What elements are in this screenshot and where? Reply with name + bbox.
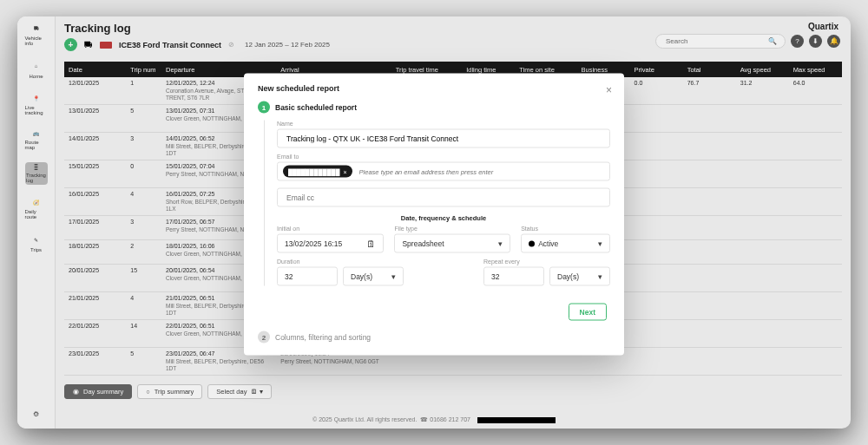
modal-close-icon[interactable]: × [606,84,612,96]
repeat-unit-select[interactable]: Day(s)▾ [549,267,610,286]
chevron-down-icon: ▾ [498,239,503,248]
sidebar-item-route-map[interactable]: 🚌Route map [25,128,48,150]
col-header[interactable]: Date [64,62,126,77]
col-header[interactable]: Trip num [126,62,161,77]
redacted-icon [477,417,556,423]
calendar-icon: 🗓 [366,239,376,249]
step-1-label: Basic scheduled report [275,103,357,112]
trip-summary-toggle[interactable]: ○ Trip summary [137,384,202,399]
sidebar-item-vehicle-info[interactable]: ⛟Vehicle info [25,23,48,46]
initial-on-input[interactable]: 13/02/2025 16:15🗓 [277,234,384,253]
date-range: 12 Jan 2025 – 12 Feb 2025 [245,41,330,49]
day-summary-toggle[interactable]: ◉ Day summary [64,384,132,399]
col-header[interactable]: Max speed [789,62,842,77]
duration-value-input[interactable]: 32 [277,267,338,286]
col-header[interactable]: Private [630,62,683,77]
select-day-button[interactable]: Select day 🗓 ▾ [207,384,272,399]
step-1-indicator: 1 [258,101,270,114]
next-button[interactable]: Next [569,304,607,321]
email-pill[interactable]: ████████████ × [283,166,352,178]
search-icon: 🔍 [768,37,777,45]
report-name-input[interactable] [277,129,610,148]
sidebar: ⛟Vehicle info⌂Home📍Live tracking🚌Route m… [17,16,56,429]
download-icon[interactable]: ⬇ [809,35,822,48]
email-to-input[interactable]: ████████████ × [277,162,610,181]
notifications-icon[interactable]: 🔔 [827,35,840,48]
modal-title: New scheduled report [258,84,610,93]
app-window: ⛟Vehicle info⌂Home📍Live tracking🚌Route m… [17,16,851,429]
page-title: Tracking log [64,22,838,35]
add-button[interactable]: + [64,38,77,51]
search-input[interactable]: 🔍 [655,34,786,49]
name-label: Name [277,121,610,127]
home-icon: ⌂ [30,60,43,72]
sidebar-item-live-tracking[interactable]: 📍Live tracking [25,93,48,115]
truck-icon: ⛟ [30,23,43,34]
truck-icon [100,42,112,49]
calendar-icon: 🧭 [30,197,43,207]
email-to-label: Email to [277,154,610,160]
route-icon: 🚌 [30,128,43,138]
chevron-down-icon: ▾ [598,239,602,248]
duration-unit-select[interactable]: Day(s)▾ [343,267,404,286]
log-icon: ≣ [30,165,43,171]
step-2-label: Columns, filtering and sorting [275,333,371,342]
status-select[interactable]: Active▾ [521,234,610,253]
section-caption: Date, frequency & schedule [277,214,610,222]
col-header[interactable]: Total [683,62,736,77]
scheduled-report-modal: New scheduled report × 1 Basic scheduled… [244,74,624,356]
repeat-value-input[interactable]: 32 [483,267,544,286]
legal-footer: © 2025 Quartix Ltd. All rights reserved.… [17,416,851,423]
sidebar-item-daily-route[interactable]: 🧭Daily route [25,197,48,219]
sidebar-item-home[interactable]: ⌂Home [25,58,48,81]
file-type-select[interactable]: Spreadsheet▾ [394,234,510,253]
step-2-indicator: 2 [258,331,270,344]
status-dot-icon [529,240,535,246]
footer-bar: ◉ Day summary ○ Trip summary Select day … [64,384,842,399]
clear-vehicle-icon[interactable]: ⊘ [228,41,234,49]
col-header[interactable]: Avg speed [736,62,789,77]
table-row[interactable]: 24/01/2025524/01/2025, 07:1324/01/2025, … [64,376,842,379]
sidebar-item-trips[interactable]: ✎Trips [25,232,48,254]
trips-icon: ✎ [30,233,43,245]
pin-icon: 📍 [30,93,43,103]
help-icon[interactable]: ? [791,35,804,48]
truck-outline-icon: ⛟ [84,40,93,49]
email-cc-input[interactable] [277,188,610,207]
vehicle-label: ICE38 Ford Transit Connect [119,41,221,49]
sidebar-item-tracking-log[interactable]: ≣Tracking log [25,162,48,185]
